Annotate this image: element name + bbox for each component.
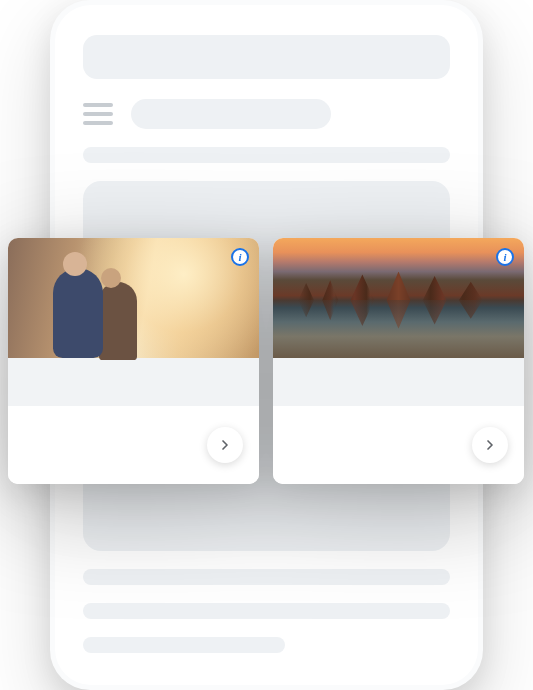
skeleton-line-short: [83, 637, 285, 653]
info-icon[interactable]: i: [231, 248, 249, 266]
ad-card[interactable]: i: [8, 238, 259, 484]
next-button[interactable]: [472, 427, 508, 463]
ad-card-caption-area: [8, 358, 259, 406]
info-icon-glyph: i: [503, 251, 506, 263]
ad-cards-row: i i: [8, 238, 525, 484]
skeleton-line: [83, 569, 450, 585]
info-icon[interactable]: i: [496, 248, 514, 266]
hamburger-menu-icon[interactable]: [83, 103, 113, 125]
info-icon-glyph: i: [238, 251, 241, 263]
skeleton-header-row: [83, 99, 450, 129]
chevron-right-icon: [482, 437, 498, 453]
skeleton-search-bar: [83, 35, 450, 79]
skeleton-line: [83, 603, 450, 619]
ad-card-action-area: [273, 406, 524, 484]
ad-card-action-area: [8, 406, 259, 484]
ad-card[interactable]: i: [273, 238, 524, 484]
next-button[interactable]: [207, 427, 243, 463]
ad-card-caption-area: [273, 358, 524, 406]
chevron-right-icon: [217, 437, 233, 453]
skeleton-title-pill: [131, 99, 331, 129]
ad-card-image: i: [273, 238, 524, 358]
skeleton-line: [83, 147, 450, 163]
ad-card-image: i: [8, 238, 259, 358]
